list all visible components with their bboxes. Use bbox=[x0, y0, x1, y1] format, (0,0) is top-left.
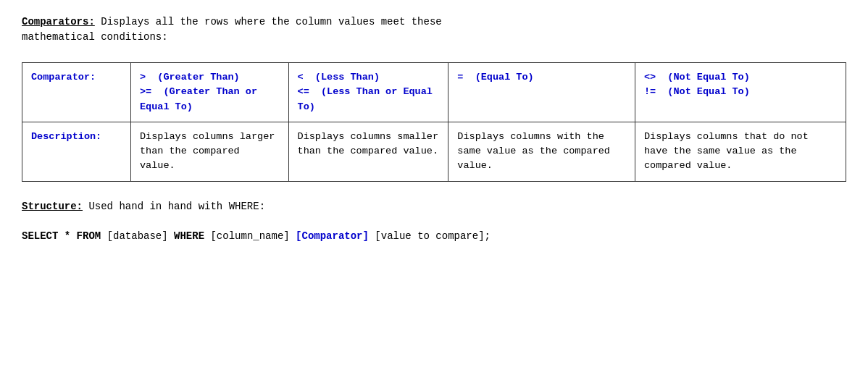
table-row-header: Comparator: > (Greater Than) >= (Greater… bbox=[22, 63, 846, 122]
description-header-cell: Description: bbox=[22, 122, 131, 181]
sql-line: SELECT * FROM [database] WHERE [column_n… bbox=[22, 227, 846, 245]
sql-comparator-placeholder: [Comparator] bbox=[296, 230, 369, 242]
col3-desc-cell: Displays columns with the same value as … bbox=[448, 122, 635, 181]
less-equal-label: <= (Less Than or Equal To) bbox=[298, 85, 440, 114]
greater-equal-label: >= (Greater Than or Equal To) bbox=[140, 85, 280, 114]
comparators-table: Comparator: > (Greater Than) >= (Greater… bbox=[22, 62, 846, 182]
not-equal-diamond-label: <> (Not Equal To) bbox=[644, 70, 837, 85]
footer-section: Structure: Used hand in hand with WHERE: bbox=[22, 199, 846, 214]
col3-header-cell: = (Equal To) bbox=[448, 63, 635, 122]
structure-label: Structure: bbox=[22, 201, 83, 212]
intro-text-line1: Displays all the rows where the column v… bbox=[95, 16, 442, 28]
comparators-label: Comparators: bbox=[22, 16, 95, 28]
col1-header-cell: > (Greater Than) >= (Greater Than or Equ… bbox=[131, 63, 289, 122]
sql-where-kw: WHERE bbox=[174, 230, 204, 242]
sql-column-placeholder: [column_name] bbox=[210, 230, 289, 242]
col4-desc-text: Displays columns that do not have the sa… bbox=[644, 131, 809, 172]
intro-text-line2: mathematical conditions: bbox=[22, 31, 168, 43]
less-than-label: < (Less Than) bbox=[298, 70, 440, 85]
col3-desc-text: Displays columns with the same value as … bbox=[457, 131, 610, 172]
sql-db-text: [database] bbox=[107, 230, 168, 242]
col4-header-cell: <> (Not Equal To) != (Not Equal To) bbox=[635, 63, 846, 122]
description-header-label: Description: bbox=[31, 131, 101, 142]
sql-value-placeholder: [value to compare]; bbox=[375, 230, 491, 242]
col1-desc-cell: Displays columns larger than the compare… bbox=[131, 122, 289, 181]
equal-label: = (Equal To) bbox=[457, 70, 626, 85]
comparator-header-label: Comparator: bbox=[31, 72, 96, 83]
col2-desc-text: Displays columns smaller than the compar… bbox=[298, 131, 438, 156]
intro-section: Comparators: Displays all the rows where… bbox=[22, 14, 846, 45]
col2-header-cell: < (Less Than) <= (Less Than or Equal To) bbox=[288, 63, 448, 122]
greater-than-label: > (Greater Than) bbox=[140, 70, 280, 85]
not-equal-bang-label: != (Not Equal To) bbox=[644, 85, 837, 99]
comparator-header-cell: Comparator: bbox=[22, 63, 131, 122]
col4-desc-cell: Displays columns that do not have the sa… bbox=[635, 122, 846, 181]
table-row-description: Description: Displays columns larger tha… bbox=[22, 122, 846, 181]
col2-desc-cell: Displays columns smaller than the compar… bbox=[288, 122, 448, 181]
footer-text-content: Used hand in hand with WHERE: bbox=[83, 201, 265, 212]
col1-desc-text: Displays columns larger than the compare… bbox=[140, 131, 275, 172]
sql-select-kw: SELECT * FROM bbox=[22, 230, 101, 242]
